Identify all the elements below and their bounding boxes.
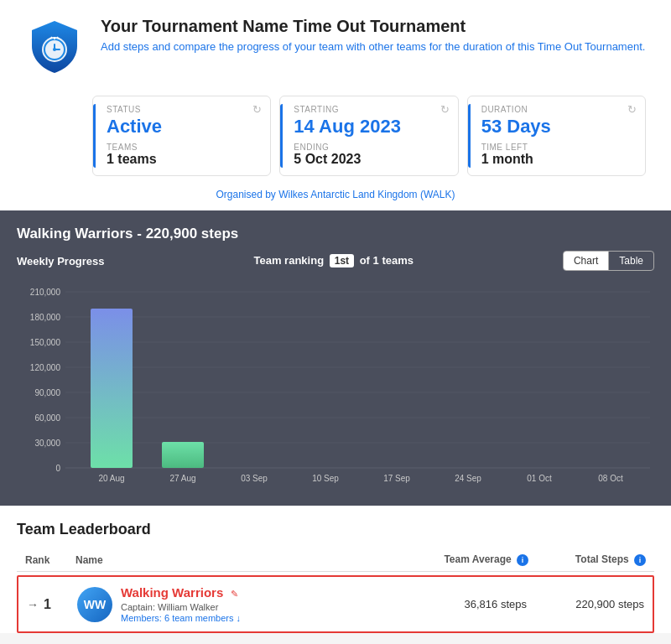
svg-text:03 Sep: 03 Sep [241, 474, 268, 483]
rank-number: 1 [44, 597, 51, 612]
tournament-logo [25, 17, 84, 79]
stat-duration: ↻ Duration 53 Days Time Left 1 month [467, 96, 646, 176]
svg-text:120,000: 120,000 [30, 363, 61, 372]
svg-text:0: 0 [55, 464, 60, 473]
starting-label: Starting [294, 105, 444, 114]
svg-text:01 Oct: 01 Oct [527, 474, 552, 483]
header-total: Total Steps i [528, 553, 646, 566]
organised-by-text: Organised by [216, 189, 278, 200]
chart-button[interactable]: Chart [564, 252, 609, 270]
rank-badge: 1st [330, 254, 354, 267]
duration-label: Duration [481, 105, 632, 114]
svg-rect-24 [91, 309, 133, 468]
refresh-icon-1[interactable]: ↻ [252, 103, 262, 116]
status-label: Status [107, 105, 257, 114]
organised-by: Organised by Wilkes Antarctic Land Kingd… [0, 180, 671, 210]
svg-text:150,000: 150,000 [30, 338, 61, 347]
team-name-link[interactable]: Walking Warriors [121, 585, 223, 600]
leaderboard-section: Team Leaderboard Rank Name Team Average … [0, 506, 671, 633]
table-row: → 1 WW Walking Warriors ✎ Captain: Willi… [17, 575, 654, 633]
team-members[interactable]: Members: 6 team members ↓ [121, 613, 393, 623]
team-ranking: Team ranking 1st of 1 teams [254, 254, 414, 267]
timeleft-label: Time Left [481, 143, 632, 152]
header-avg: Team Average i [394, 553, 528, 566]
svg-text:17 Sep: 17 Sep [383, 474, 410, 483]
svg-text:08 Oct: 08 Oct [598, 474, 623, 483]
total-info-icon[interactable]: i [634, 554, 646, 566]
refresh-icon-3[interactable]: ↻ [627, 103, 637, 116]
header-rank: Rank [25, 554, 75, 566]
avatar: WW [77, 587, 112, 622]
weekly-progress-label: Weekly Progress [17, 255, 105, 267]
team-captain: Captain: William Walker [121, 602, 393, 612]
svg-rect-25 [162, 442, 204, 468]
svg-text:10 Sep: 10 Sep [312, 474, 339, 483]
header-section: Your Tournament Name Time Out Tournament… [0, 0, 671, 91]
duration-value: 53 Days [481, 116, 632, 138]
timeleft-value: 1 month [481, 152, 632, 167]
svg-text:20 Aug: 20 Aug [98, 474, 124, 483]
team-info: Walking Warriors ✎ Captain: William Walk… [121, 585, 393, 623]
svg-text:60,000: 60,000 [34, 413, 60, 423]
organiser-name: Wilkes Antarctic Land Kingdom (WALK) [278, 189, 455, 200]
total-cell: 220,900 steps [527, 598, 644, 610]
refresh-icon-2[interactable]: ↻ [440, 103, 450, 116]
tournament-subtitle: Add steps and compare the progress of yo… [101, 40, 645, 53]
avg-info-icon[interactable]: i [517, 554, 528, 566]
chart-svg: 210,000 180,000 150,000 120,000 90,000 6… [17, 279, 654, 497]
chart-toggle: Chart Table [563, 251, 654, 271]
rank-cell: → 1 [27, 597, 77, 612]
chart-header: Weekly Progress Team ranking 1st of 1 te… [17, 251, 654, 271]
chart-section: Walking Warriors - 220,900 steps Weekly … [0, 210, 671, 506]
table-button[interactable]: Table [609, 252, 653, 270]
chart-team-title: Walking Warriors - 220,900 steps [17, 226, 654, 242]
svg-text:210,000: 210,000 [30, 288, 61, 297]
stat-status: ↻ Status Active Teams 1 teams [92, 96, 271, 176]
tournament-title: Your Tournament Name Time Out Tournament [101, 17, 645, 36]
teams-label: Teams [107, 143, 257, 152]
chart-container: 210,000 180,000 150,000 120,000 90,000 6… [17, 279, 654, 497]
svg-point-7 [53, 48, 56, 51]
ending-label: Ending [294, 143, 444, 152]
header-text: Your Tournament Name Time Out Tournament… [101, 17, 645, 53]
svg-text:90,000: 90,000 [34, 388, 60, 397]
leaderboard-header: Rank Name Team Average i Total Steps i [17, 548, 654, 572]
stats-row: ↻ Status Active Teams 1 teams ↻ Starting… [0, 91, 671, 180]
edit-icon[interactable]: ✎ [231, 589, 238, 599]
stat-dates: ↻ Starting 14 Aug 2023 Ending 5 Oct 2023 [279, 96, 458, 176]
arrow-icon: → [27, 598, 39, 611]
leaderboard-title: Team Leaderboard [17, 521, 654, 538]
teams-value: 1 teams [107, 152, 257, 167]
svg-text:180,000: 180,000 [30, 313, 61, 322]
svg-text:27 Aug: 27 Aug [169, 474, 195, 483]
ending-value: 5 Oct 2023 [294, 152, 444, 167]
status-value: Active [107, 116, 257, 138]
starting-value: 14 Aug 2023 [294, 116, 444, 138]
svg-text:30,000: 30,000 [34, 439, 60, 448]
avg-cell: 36,816 steps [393, 598, 527, 610]
svg-text:24 Sep: 24 Sep [455, 474, 481, 483]
header-name: Name [75, 554, 394, 566]
